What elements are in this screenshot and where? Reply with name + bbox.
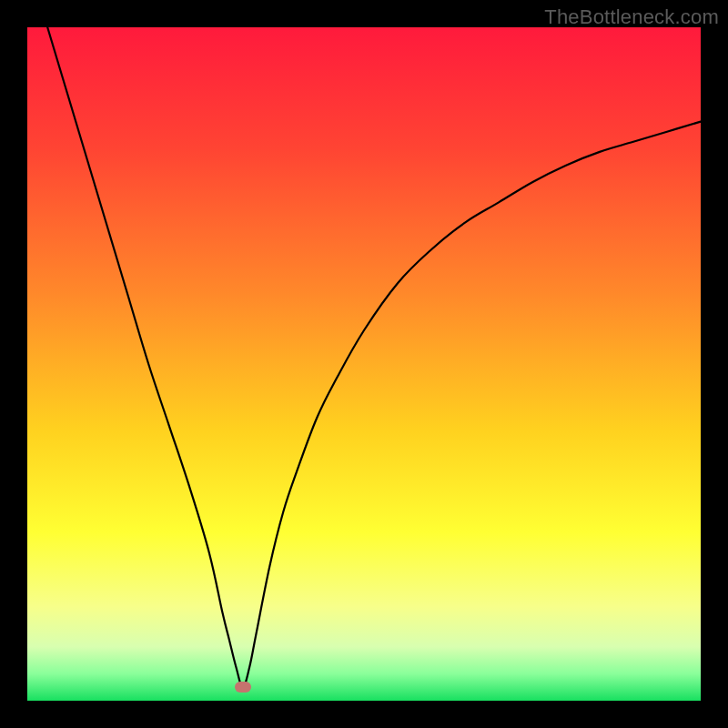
chart-stage: TheBottleneck.com	[0, 0, 728, 728]
watermark-text: TheBottleneck.com	[544, 5, 719, 29]
curve-layer	[27, 27, 701, 701]
optimal-marker	[235, 682, 251, 693]
bottleneck-curve	[47, 27, 701, 687]
plot-area	[27, 27, 701, 701]
